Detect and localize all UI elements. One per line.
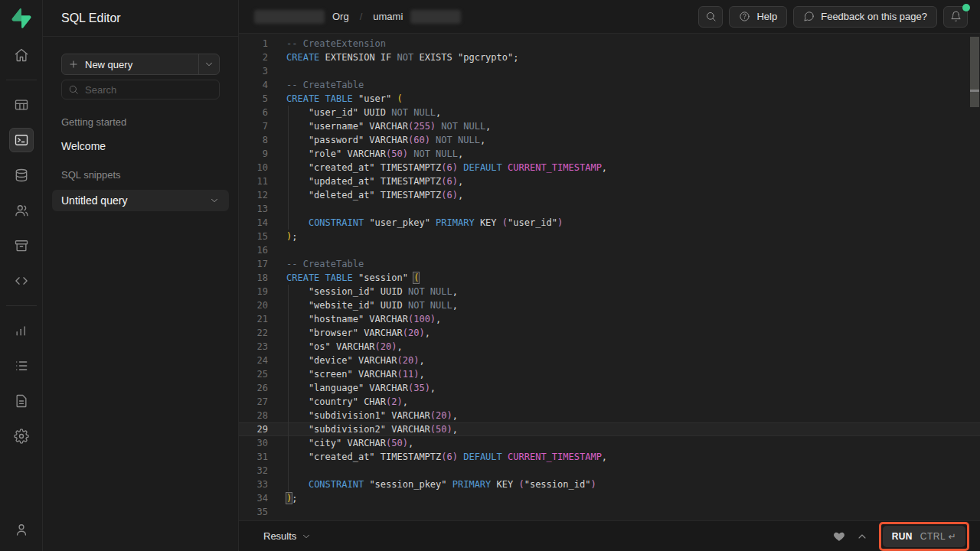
code-line[interactable]: 19 "session_id" UUID NOT NULL, [239, 285, 980, 298]
code-line[interactable]: 30 "city" VARCHAR(50), [239, 436, 980, 450]
code-line[interactable]: 31 "created_at" TIMESTAMPTZ(6) DEFAULT C… [239, 450, 980, 464]
line-number: 12 [239, 188, 268, 202]
code-line[interactable]: 8 "password" VARCHAR(60) NOT NULL, [239, 133, 980, 147]
code-line[interactable]: 2CREATE EXTENSION IF NOT EXISTS "pgcrypt… [239, 51, 980, 64]
supabase-bolt-icon [11, 8, 31, 28]
breadcrumb-project[interactable]: umami [373, 11, 403, 22]
breadcrumb-org[interactable]: Org [332, 11, 349, 22]
code-text: "role" VARCHAR(50) NOT NULL, [286, 147, 463, 161]
code-text: ); [286, 491, 297, 505]
home-icon [14, 47, 29, 63]
sidebar-item-reports[interactable] [9, 318, 34, 343]
results-toggle[interactable]: Results [263, 530, 312, 542]
code-line[interactable]: 35 [239, 505, 980, 519]
feedback-button[interactable]: Feedback on this page? [793, 6, 937, 28]
results-bar: Results RUN CTRL ↵ [239, 520, 980, 551]
code-line[interactable]: 7 "username" VARCHAR(255) NOT NULL, [239, 119, 980, 133]
line-number: 33 [239, 478, 268, 491]
code-line[interactable]: 15); [239, 230, 980, 243]
code-text: CONSTRAINT "session_pkey" PRIMARY KEY ("… [286, 478, 596, 491]
line-number: 3 [239, 64, 268, 78]
code-line[interactable]: 26 "language" VARCHAR(35), [239, 381, 980, 395]
feedback-label: Feedback on this page? [821, 11, 927, 22]
api-docs-icon [14, 393, 29, 409]
line-number: 6 [239, 106, 268, 119]
main-area: Org / umami Help Feedback on this page? [239, 0, 980, 551]
sidebar-item-edge-functions[interactable] [9, 269, 34, 293]
code-line[interactable]: 1-- CreateExtension [239, 37, 980, 51]
code-line[interactable]: 13 [239, 202, 980, 216]
rail-nav [0, 37, 42, 448]
topbar-actions: Help Feedback on this page? [698, 6, 968, 28]
line-number: 25 [239, 367, 268, 381]
code-text: "username" VARCHAR(255) NOT NULL, [286, 119, 491, 133]
chevron-down-icon[interactable] [209, 195, 220, 206]
code-line[interactable]: 23 "os" VARCHAR(20), [239, 340, 980, 354]
code-line[interactable]: 9 "role" VARCHAR(50) NOT NULL, [239, 147, 980, 161]
code-line[interactable]: 5CREATE TABLE "user" ( [239, 92, 980, 106]
sidebar-item-sql-editor[interactable] [9, 128, 34, 152]
run-button-highlight-box: RUN CTRL ↵ [879, 522, 969, 551]
code-line[interactable]: 12 "deleted_at" TIMESTAMPTZ(6), [239, 188, 980, 202]
sidebar-item-home[interactable] [9, 43, 34, 67]
snippet-search-input[interactable] [85, 84, 213, 96]
sidebar-item-settings[interactable] [9, 424, 34, 448]
sidebar-item-auth[interactable] [9, 198, 34, 223]
code-line[interactable]: 17-- CreateTable [239, 257, 980, 271]
code-line[interactable]: 21 "hostname" VARCHAR(100), [239, 312, 980, 326]
code-text: "deleted_at" TIMESTAMPTZ(6), [286, 188, 463, 202]
sidebar-item-database[interactable] [9, 163, 34, 187]
code-text: "screen" VARCHAR(11), [286, 367, 425, 381]
chevron-down-icon [301, 531, 312, 542]
sidebar-item-account[interactable] [9, 517, 34, 542]
sidebar-item-api-docs[interactable] [9, 389, 34, 413]
help-button[interactable]: Help [729, 6, 787, 28]
code-line[interactable]: 20 "website_id" UUID NOT NULL, [239, 298, 980, 312]
global-search-button[interactable] [698, 6, 723, 28]
snippet-untitled-query[interactable]: Untitled query [52, 190, 229, 211]
code-text: "os" VARCHAR(20), [286, 340, 403, 354]
breadcrumb: Org / umami [254, 10, 461, 24]
code-line[interactable]: 24 "device" VARCHAR(20), [239, 354, 980, 367]
code-line[interactable]: 25 "screen" VARCHAR(11), [239, 367, 980, 381]
favorite-button[interactable] [833, 530, 845, 543]
sidebar-item-storage[interactable] [9, 233, 34, 258]
line-number: 21 [239, 312, 268, 326]
code-line[interactable]: 34); [239, 491, 980, 505]
code-line[interactable]: 28 "subdivision1" VARCHAR(20), [239, 409, 980, 422]
code-line[interactable]: 6 "user_id" UUID NOT NULL, [239, 106, 980, 119]
code-line[interactable]: 22 "browser" VARCHAR(20), [239, 326, 980, 340]
new-query-label: New query [85, 59, 198, 70]
code-line[interactable]: 14 CONSTRAINT "user_pkey" PRIMARY KEY ("… [239, 216, 980, 230]
supabase-logo[interactable] [0, 0, 42, 37]
line-number: 22 [239, 326, 268, 340]
code-line-active[interactable]: 29 "subdivision2" VARCHAR(50), [239, 422, 980, 436]
code-text: CREATE TABLE "session" ( [286, 271, 419, 285]
code-text: "website_id" UUID NOT NULL, [286, 298, 458, 312]
code-line[interactable]: 11 "updated_at" TIMESTAMPTZ(6), [239, 174, 980, 188]
new-query-button[interactable]: New query [61, 54, 220, 75]
line-number: 29 [239, 422, 268, 436]
snippet-search [61, 80, 220, 99]
code-line[interactable]: 4-- CreateTable [239, 78, 980, 92]
code-line[interactable]: 10 "created_at" TIMESTAMPTZ(6) DEFAULT C… [239, 161, 980, 174]
code-text: -- CreateTable [286, 78, 364, 92]
topbar: Org / umami Help Feedback on this page? [239, 0, 980, 34]
reports-icon [14, 323, 29, 338]
code-text: -- CreateTable [286, 257, 364, 271]
code-line[interactable]: 18CREATE TABLE "session" ( [239, 271, 980, 285]
chevron-down-icon[interactable] [199, 59, 219, 70]
expand-results-button[interactable] [856, 530, 868, 543]
snippet-label: Untitled query [61, 194, 127, 207]
panel-item-welcome[interactable]: Welcome [61, 140, 220, 152]
code-line[interactable]: 16 [239, 243, 980, 257]
code-line[interactable]: 3 [239, 64, 980, 78]
code-line[interactable]: 27 "country" CHAR(2), [239, 395, 980, 409]
code-line[interactable]: 32 [239, 464, 980, 478]
sql-code-editor[interactable]: 1-- CreateExtension2CREATE EXTENSION IF … [239, 34, 980, 520]
redacted-org-name [254, 10, 325, 24]
code-line[interactable]: 33 CONSTRAINT "session_pkey" PRIMARY KEY… [239, 478, 980, 491]
sidebar-item-table-editor[interactable] [9, 93, 34, 117]
sidebar-item-logs[interactable] [9, 354, 34, 378]
run-query-button[interactable]: RUN CTRL ↵ [883, 526, 965, 547]
